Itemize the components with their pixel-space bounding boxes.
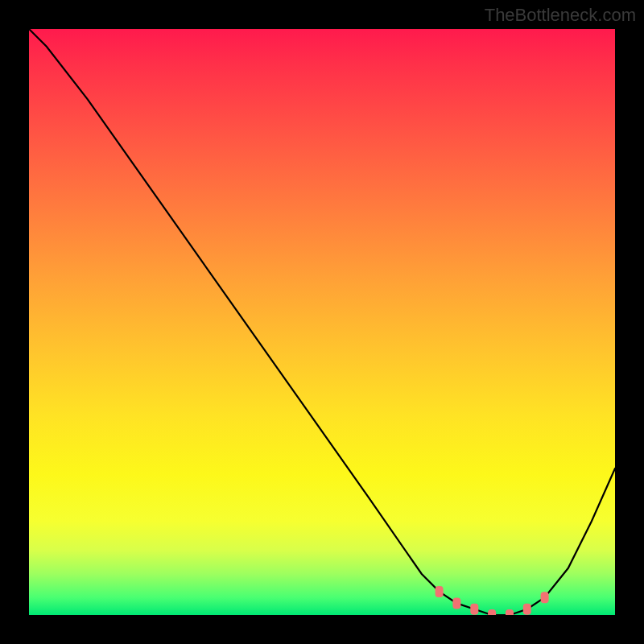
plot-gradient-area [29, 29, 615, 615]
chart-frame: TheBottleneck.com [0, 0, 644, 644]
watermark-text: TheBottleneck.com [485, 5, 636, 26]
